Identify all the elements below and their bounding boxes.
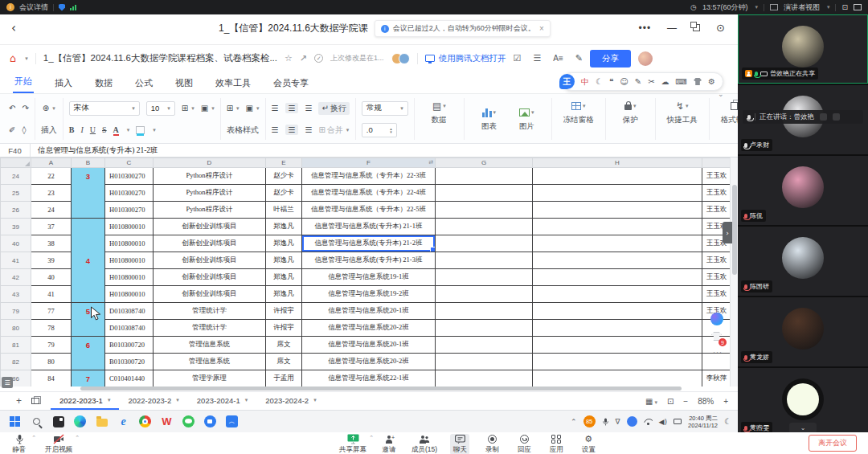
ribbon-tab-6[interactable]: 会员专享: [272, 73, 310, 93]
align-middle-icon[interactable]: ☰: [285, 103, 299, 113]
cell-F80[interactable]: 信息管理与信息系统20-2班: [302, 320, 436, 337]
column-header-F[interactable]: F⇄: [302, 158, 436, 168]
home-icon[interactable]: ⌂: [10, 52, 16, 64]
cell-B86[interactable]: 7: [72, 370, 105, 387]
cell-E26[interactable]: 叶福兰: [266, 202, 302, 219]
night-mode-icon[interactable]: ☾: [596, 77, 603, 86]
chevron-down-icon[interactable]: ▾: [108, 397, 111, 403]
chrome-icon[interactable]: [138, 415, 152, 428]
picture-button[interactable]: ▾图片: [508, 100, 546, 138]
react-button[interactable]: 回应: [514, 434, 534, 454]
snip-icon[interactable]: [51, 415, 65, 428]
cell-B82[interactable]: [72, 354, 105, 370]
add-sheet-button[interactable]: +: [16, 395, 22, 407]
participant-tile-5[interactable]: 黄煦雯⌄: [738, 368, 868, 432]
ribbon-collapse-chevron[interactable]: ⌄: [718, 90, 724, 98]
float-window-icon[interactable]: [693, 24, 700, 31]
cell-F86[interactable]: 信息管理与信息系统22-1班: [302, 370, 436, 387]
cell-E41[interactable]: 郑逸凡: [266, 252, 302, 269]
cell-D40[interactable]: 创新创业训练项目: [154, 235, 266, 252]
cell-C41[interactable]: H010800010: [105, 252, 154, 269]
cell-B25[interactable]: [72, 185, 105, 202]
wifi-icon[interactable]: [644, 419, 653, 425]
battery-widget[interactable]: 85: [583, 415, 596, 427]
comment-icon[interactable]: ❝: [609, 77, 613, 86]
cell-C43[interactable]: H010800010: [105, 286, 154, 303]
cell-B39[interactable]: [72, 219, 105, 235]
strikethrough-button[interactable]: S: [102, 125, 107, 134]
zoom-out-button[interactable]: −: [683, 397, 688, 406]
cell-D39[interactable]: 创新创业训练项目: [154, 219, 266, 235]
underline-button[interactable]: U: [90, 125, 96, 134]
column-header-C[interactable]: C: [105, 158, 154, 168]
cell-C79[interactable]: D010308740: [105, 303, 154, 320]
cell-H42[interactable]: [533, 269, 702, 286]
cell-E80[interactable]: 许报宇: [266, 320, 302, 337]
column-header-H[interactable]: H: [533, 158, 702, 168]
cell-E39[interactable]: 郑逸凡: [266, 219, 302, 235]
cell-X26[interactable]: 王玉欢: [702, 202, 731, 219]
column-header-E[interactable]: E: [266, 158, 302, 168]
cell-D81[interactable]: 管理信息系统: [154, 337, 266, 354]
tray-app-icon[interactable]: [627, 416, 637, 427]
view-grid-button[interactable]: ▦▾: [645, 397, 657, 406]
participant-tile-3[interactable]: 陈国研: [738, 227, 868, 296]
cell-X86[interactable]: 李秋萍: [702, 370, 731, 387]
record-button[interactable]: 录制: [482, 434, 502, 454]
leave-meeting-button[interactable]: 离开会议: [809, 435, 857, 452]
cell-D43[interactable]: 创新创业训练项目: [154, 286, 266, 303]
row-header-81[interactable]: 81: [1, 337, 31, 354]
record-target-icon[interactable]: ⊙: [716, 22, 725, 34]
align-center-icon[interactable]: ☰: [285, 125, 299, 135]
merge-cells-button[interactable]: ⊞合并▾: [318, 125, 349, 136]
cloud-icon[interactable]: ☁: [661, 77, 669, 86]
cell-H41[interactable]: [533, 252, 702, 269]
cell-A79[interactable]: 77: [31, 303, 72, 320]
camera-button[interactable]: 开启视频⌃: [45, 434, 72, 454]
cell-F39[interactable]: 信息管理与信息系统(专升本) 21-1班: [302, 219, 436, 235]
number-format-select[interactable]: 常规▾: [362, 101, 408, 116]
ribbon-tab-4[interactable]: 视图: [174, 73, 194, 93]
cell-B81[interactable]: 6: [72, 337, 105, 354]
ribbon-tab-3[interactable]: 公式: [133, 73, 154, 93]
cell-H24[interactable]: [533, 168, 702, 185]
scrollbar-thumb[interactable]: [732, 185, 737, 275]
cell-G82[interactable]: [436, 354, 533, 370]
more-button[interactable]: •••: [638, 22, 651, 34]
cell-X24[interactable]: 王玉欢: [702, 168, 731, 185]
cell-D80[interactable]: 管理统计学: [154, 320, 266, 337]
docs-icon[interactable]: ︿: [225, 415, 239, 428]
cell-E24[interactable]: 赵少卡: [266, 168, 302, 185]
chevron-down-icon[interactable]: ▾: [755, 4, 758, 10]
cell-D24[interactable]: Python程序设计: [154, 168, 266, 185]
tray-filter-icon[interactable]: ∇: [616, 418, 620, 426]
cell-A80[interactable]: 78: [31, 320, 72, 337]
assistant-globe-icon[interactable]: [710, 313, 723, 325]
cell-D41[interactable]: 创新创业训练项目: [154, 252, 266, 269]
wechat-icon[interactable]: [182, 415, 195, 428]
font-size-select[interactable]: 10▾: [146, 101, 175, 116]
cell-D82[interactable]: 管理信息系统: [154, 354, 266, 370]
wrap-text-button[interactable]: ↵换行: [318, 102, 349, 115]
grid-menu-chip[interactable]: ☰: [2, 377, 13, 388]
cell-E82[interactable]: 席文: [266, 354, 302, 370]
cell-B26[interactable]: [72, 202, 105, 219]
borders-button[interactable]: ⊞▾: [182, 104, 194, 112]
cell-A40[interactable]: 38: [31, 235, 72, 252]
cell-H86[interactable]: [533, 370, 702, 387]
cell-C86[interactable]: C010401440: [105, 370, 154, 387]
cell-G86[interactable]: [436, 370, 533, 387]
cell-E42[interactable]: 郑逸凡: [266, 269, 302, 286]
text-tool-icon[interactable]: A≡: [553, 54, 563, 63]
ribbon-tab-5[interactable]: 效率工具: [214, 73, 252, 93]
cell-B80[interactable]: [72, 320, 105, 337]
cell-A25[interactable]: 23: [31, 185, 72, 202]
view-mode-button[interactable]: 演讲者视图: [784, 2, 820, 13]
share-button[interactable]: ⌃共享屏幕: [339, 434, 366, 454]
cell-G79[interactable]: [436, 303, 533, 320]
cell-F40[interactable]: 信息管理与信息系统(专升本) 21-2班: [302, 235, 436, 252]
border-style-icon[interactable]: ⊞▾: [227, 104, 240, 112]
cell-F24[interactable]: 信息管理与信息系统（专升本）22-3班: [302, 168, 436, 185]
row-header-43[interactable]: 43: [1, 286, 31, 303]
expand-panel-arrow[interactable]: ›: [723, 222, 732, 243]
